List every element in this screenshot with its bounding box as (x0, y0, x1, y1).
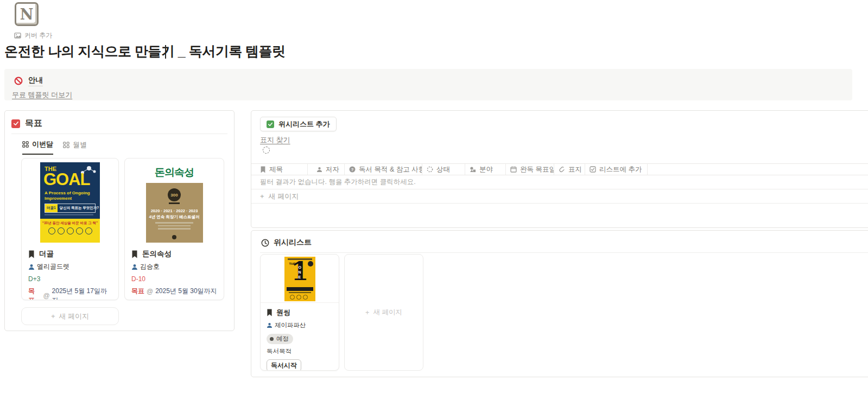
tab-monthly[interactable]: 월별 (63, 140, 87, 154)
notion-page: N 커버 추가 온전한 나의 지식으로 만들기 _ 독서기록 템플릿 안내 무료… (0, 0, 868, 406)
start-reading-button[interactable]: 독서시작 (267, 359, 301, 371)
new-page-label: 새 페이지 (269, 192, 299, 201)
book-author: 엘리골드렛 (37, 262, 69, 271)
column-category[interactable]: 분야 (465, 164, 506, 175)
column-status[interactable]: 상태 (422, 164, 465, 175)
cover-badge (308, 261, 313, 267)
dday-value: D-10 (131, 275, 217, 283)
book-author: 김승호 (140, 262, 160, 271)
column-purpose[interactable]: ? 독서 목적 & 참고 사항 (345, 164, 422, 175)
new-page-label: 새 페이지 (373, 308, 402, 317)
column-label: 분야 (479, 165, 493, 174)
wishlist-add-button[interactable]: 위시리스트 추가 (260, 117, 337, 131)
cover-microtext-bar (158, 225, 191, 227)
cover-text: 4년 연속 최장기 베스트셀러 (146, 214, 203, 220)
wishlist-card-one-thing[interactable]: THE 1 O N E (260, 254, 339, 371)
wishlist-add-panel: 위시리스트 추가 표지 찾기 제목 저자 ? 독서 목적 & 참고 사항 (251, 110, 868, 228)
new-page-label: 새 페이지 (59, 312, 89, 321)
svg-text:?: ? (351, 167, 354, 172)
add-cover-button[interactable]: 커버 추가 (14, 31, 52, 40)
notion-logo[interactable]: N (15, 2, 39, 26)
plus-icon: + (260, 192, 264, 200)
help-circle-icon: ? (349, 166, 356, 173)
book-title: 돈의속성 (142, 249, 172, 259)
person-icon (28, 264, 35, 270)
plus-icon: + (365, 309, 369, 316)
column-target-date[interactable]: 완독 목표일 (506, 164, 554, 175)
goal-card-the-goal[interactable]: THE GOAL A Process of Ongoing Improvemen… (21, 158, 119, 300)
goals-new-page-button[interactable]: + 새 페이지 (21, 307, 119, 325)
column-spacer (648, 164, 868, 175)
goal-date: 2025년 5월 30일까지 (155, 287, 217, 296)
gallery-view-icon (22, 141, 29, 148)
cover-text: 더골1 (45, 204, 58, 212)
table-empty-row[interactable]: 필터 결과가 없습니다. 행을 추가하려면 클릭하세요. (251, 175, 868, 189)
column-add-to-list[interactable]: 리스트에 추가 (585, 164, 648, 175)
person-icon (267, 322, 273, 328)
wishlist-title: 위시리스트 (274, 238, 312, 248)
book-cover: THE 1 O N E (261, 255, 339, 303)
shapes-icon (470, 166, 476, 173)
column-label: 독서 목적 & 참고 사항 (359, 165, 422, 174)
table-header-row: 제목 저자 ? 독서 목적 & 참고 사항 상태 분야 (251, 163, 868, 175)
tab-label: 이번달 (32, 139, 53, 149)
at-sign: @ (43, 292, 49, 300)
tab-this-month[interactable]: 이번달 (22, 139, 53, 155)
wishlist-new-page-card[interactable]: + 새 페이지 (344, 254, 423, 371)
column-label: 제목 (269, 165, 283, 174)
goal-card-money[interactable]: 돈의속성 300 2020 · 2021 · 2022 · 2023 4년 연속… (124, 158, 224, 300)
add-cover-label: 커버 추가 (24, 31, 52, 40)
cover-microtext-bar (289, 292, 311, 293)
status-label: 예정 (276, 335, 289, 343)
clock-icon (261, 239, 269, 247)
cover-text: 당신의 목표는 무엇인가? (58, 204, 102, 212)
green-checkbox-icon (267, 120, 274, 128)
cover-band (287, 287, 313, 291)
table-new-page-button[interactable]: + 새 페이지 (251, 189, 868, 204)
book-title: 원씽 (276, 308, 290, 318)
goal-result: 달성 (131, 300, 217, 300)
gallery-view-icon (63, 142, 69, 148)
column-label: 표지 (568, 165, 582, 174)
goals-title: 목표 (25, 118, 42, 129)
column-author[interactable]: 저자 (308, 164, 345, 175)
book-author: 제이파파산 (275, 321, 306, 329)
column-label: 완독 목표일 (520, 165, 554, 174)
cover-text: GOAL (43, 170, 90, 189)
find-cover-link[interactable]: 표지 찾기 (260, 135, 290, 145)
book-cover: THE GOAL A Process of Ongoing Improvemen… (22, 158, 118, 243)
cover-text: “30년 동안 세상을 바꾼 바로 그 책” (40, 221, 100, 226)
page-title[interactable]: 온전한 나의 지식으로 만들기 _ 독서기록 템플릿 (4, 42, 286, 60)
text-cursor (165, 45, 166, 59)
wishlist-panel: 위시리스트 THE 1 O N E (251, 230, 868, 377)
award-badges (290, 295, 308, 300)
cover-microtext-bar (155, 222, 193, 224)
plus-icon: + (51, 312, 55, 320)
no-entry-icon (14, 77, 23, 85)
person-icon (316, 167, 322, 173)
status-dotted-icon (427, 166, 433, 173)
cover-text: A Process of Ongoing Improvement (45, 191, 97, 201)
free-template-link[interactable]: 무료 템플릿 더보기 (12, 90, 72, 100)
column-cover[interactable]: 표지 (554, 164, 585, 175)
status-dot (270, 337, 274, 341)
cover-microtext-bar (45, 214, 93, 215)
column-label: 리스트에 추가 (599, 165, 642, 174)
notice-callout: 안내 무료 템플릿 더보기 (4, 69, 852, 100)
cover-text: O N E (299, 265, 301, 280)
notice-title: 안내 (28, 75, 43, 86)
goal-label: 목표 (28, 287, 41, 300)
column-title[interactable]: 제목 (251, 164, 308, 175)
goals-panel: 목표 이번달 월별 THE (4, 110, 235, 331)
cover-text: 2020 · 2021 · 2022 · 2023 (146, 208, 203, 213)
tab-label: 월별 (73, 140, 87, 150)
bookmark-icon (28, 250, 35, 258)
cover-badge: 300 (168, 188, 181, 201)
award-badges (40, 227, 100, 234)
cover-ribbon (169, 202, 180, 204)
bookmark-icon (131, 250, 138, 258)
at-sign: @ (147, 288, 153, 295)
goal-date: 2025년 5월 17일까지 (52, 287, 112, 300)
cover-microtext-bar (158, 228, 191, 230)
calendar-icon (510, 166, 517, 173)
